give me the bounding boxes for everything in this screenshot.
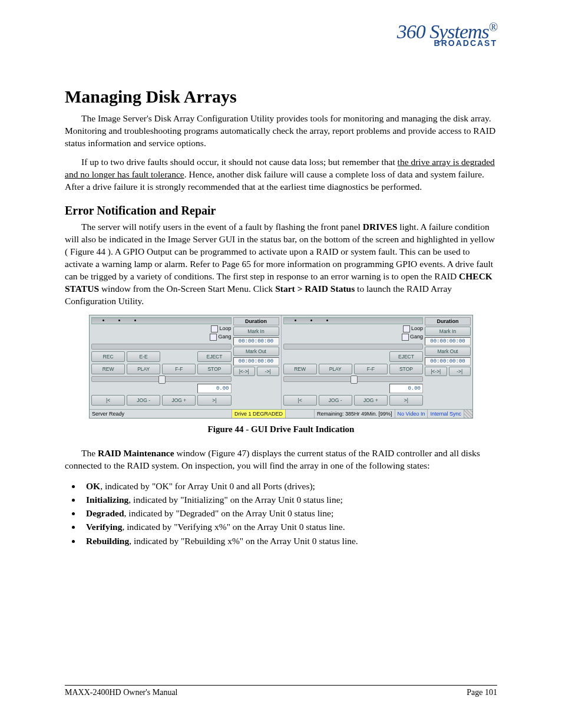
ee-button[interactable]: E-E xyxy=(127,351,160,362)
registered-icon: ® xyxy=(489,21,497,34)
checkbox-icon xyxy=(403,325,410,332)
intro-paragraph-1: The Image Server's Disk Array Configurat… xyxy=(65,113,497,150)
raid-maintenance-label: RAID Maintenance xyxy=(98,448,174,458)
jog-plus-button[interactable]: JOG + xyxy=(162,395,196,406)
drives-label: DRIVES xyxy=(363,222,398,232)
mark-in-button[interactable]: Mark In xyxy=(425,327,471,336)
go-start-button[interactable]: |< xyxy=(91,395,125,406)
jog-value: 0.00 xyxy=(389,384,423,393)
jog-minus-button[interactable]: JOG - xyxy=(319,395,352,406)
mark-range-button[interactable]: |<->| xyxy=(425,367,447,376)
mark-in-button[interactable]: Mark In xyxy=(233,327,279,336)
loop-checkbox[interactable]: Loop xyxy=(403,325,423,332)
ff-button[interactable]: F-F xyxy=(162,364,196,374)
jog-plus-button[interactable]: JOG + xyxy=(354,395,388,406)
raid-maint-paragraph: The RAID Maintenance window (Figure 47) … xyxy=(65,447,497,472)
page-footer: MAXX-2400HD Owner's Manual Page 101 xyxy=(65,685,497,697)
jog-slider[interactable] xyxy=(283,376,424,382)
stop-button[interactable]: STOP xyxy=(197,364,231,374)
mark-in-time: 00:00:00:00 xyxy=(233,337,279,345)
list-item: OK, indicated by "OK" for Array Unit 0 a… xyxy=(81,479,497,493)
list-item: Rebuilding, indicated by "Rebuilding x%"… xyxy=(81,534,497,548)
logo-script: 360 Systems® xyxy=(397,24,497,38)
figure-caption: Figure 44 - GUI Drive Fault Indication xyxy=(65,424,497,434)
loop-checkbox[interactable]: Loop xyxy=(211,325,231,332)
status-sync: Internal Sync xyxy=(428,410,464,418)
mark-out-time: 00:00:00:00 xyxy=(233,357,279,365)
scrub-slider[interactable] xyxy=(283,344,424,350)
jog-minus-button[interactable]: JOG - xyxy=(127,395,160,406)
logo-wrap: 360 Systems® BROADCAST xyxy=(65,24,497,48)
status-bar: Server Ready Drive 1 DEGRADED Remaining:… xyxy=(90,409,472,418)
duration-label: Duration xyxy=(425,317,471,325)
play-button[interactable]: PLAY xyxy=(319,364,352,374)
timeline-track[interactable] xyxy=(91,317,232,324)
transport-panel-1: Loop Gang REC E-E EJECT REW PLAY xyxy=(90,315,282,409)
mark-out-button[interactable]: Mark Out xyxy=(425,347,471,356)
gui-screenshot: Loop Gang REC E-E EJECT REW PLAY xyxy=(89,315,473,419)
transport-panel-2: Loop Gang EJECT REW PLAY xyxy=(282,315,473,409)
mark-in-time: 00:00:00:00 xyxy=(425,337,471,345)
mark-next-button[interactable]: ->| xyxy=(257,367,279,376)
jog-value: 0.00 xyxy=(197,384,231,393)
checkbox-icon xyxy=(210,334,217,341)
page-title: Managing Disk Arrays xyxy=(65,87,497,107)
scrub-slider[interactable] xyxy=(91,344,232,350)
ff-button[interactable]: F-F xyxy=(354,364,388,374)
status-degraded: Drive 1 DEGRADED xyxy=(232,410,286,418)
mark-range-button[interactable]: |<->| xyxy=(233,367,256,376)
page: 360 Systems® BROADCAST Managing Disk Arr… xyxy=(0,0,562,728)
rew-button[interactable]: REW xyxy=(283,364,317,374)
mark-out-time: 00:00:00:00 xyxy=(425,357,471,365)
status-ready: Server Ready xyxy=(90,410,232,418)
status-no-video: No Video In xyxy=(395,410,428,418)
stop-button[interactable]: STOP xyxy=(389,364,423,374)
rew-button[interactable]: REW xyxy=(91,364,125,374)
slider-thumb-icon[interactable] xyxy=(351,375,358,384)
rec-button[interactable]: REC xyxy=(91,351,125,362)
error-paragraph: The server will notify users in the even… xyxy=(65,221,497,307)
go-end-button[interactable]: >| xyxy=(197,395,231,406)
timeline-track[interactable] xyxy=(283,317,424,324)
gang-checkbox[interactable]: Gang xyxy=(402,334,423,341)
section-heading-error: Error Notification and Repair xyxy=(65,204,497,218)
jog-slider[interactable] xyxy=(91,376,232,382)
intro-paragraph-2: If up to two drive faults should occur, … xyxy=(65,156,497,193)
eject-button[interactable]: EJECT xyxy=(197,351,231,362)
list-item: Verifying, indicated by "Verifying x%" o… xyxy=(81,520,497,533)
checkbox-icon xyxy=(211,325,218,332)
list-item: Degraded, indicated by "Degraded" on the… xyxy=(81,506,497,520)
go-end-button[interactable]: >| xyxy=(389,395,423,406)
gang-checkbox[interactable]: Gang xyxy=(210,334,231,341)
footer-right: Page 101 xyxy=(467,688,497,697)
mark-next-button[interactable]: ->| xyxy=(449,367,471,376)
duration-label: Duration xyxy=(233,317,279,325)
mark-out-button[interactable]: Mark Out xyxy=(233,347,279,356)
start-raid-status-path: Start > RAID Status xyxy=(275,284,355,294)
slider-thumb-icon[interactable] xyxy=(158,375,166,384)
list-item: Initializing, indicated by "Initializing… xyxy=(81,493,497,506)
brand-logo: 360 Systems® BROADCAST xyxy=(397,24,497,48)
status-remaining: Remaining: 385Hr 49Min. [99%] xyxy=(315,410,395,418)
raid-states-list: OK, indicated by "OK" for Array Unit 0 a… xyxy=(65,479,497,548)
checkbox-icon xyxy=(402,334,409,341)
footer-left: MAXX-2400HD Owner's Manual xyxy=(65,688,178,697)
resize-grip-icon[interactable] xyxy=(464,410,472,418)
go-start-button[interactable]: |< xyxy=(283,395,317,406)
eject-button[interactable]: EJECT xyxy=(389,351,423,362)
play-button[interactable]: PLAY xyxy=(127,364,160,374)
